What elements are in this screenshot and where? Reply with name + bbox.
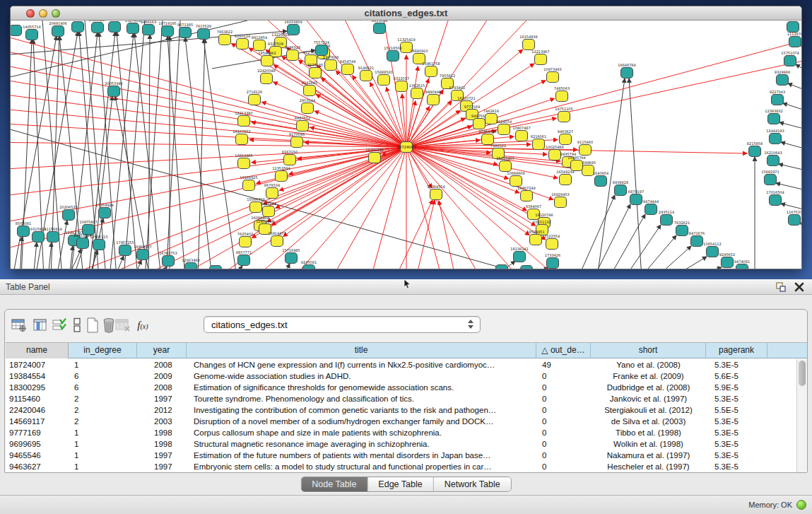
selected-node[interactable]: 22420046 bbox=[257, 69, 275, 84]
selected-node[interactable]: 1362615 bbox=[409, 83, 425, 99]
graph-node[interactable] bbox=[210, 266, 222, 270]
graph-node[interactable]: 1112876 bbox=[787, 32, 801, 47]
table-row[interactable]: 1872400712008Changes of HCN gene express… bbox=[6, 359, 807, 370]
scrollbar-thumb[interactable] bbox=[799, 361, 806, 386]
selected-node[interactable]: 8912954 bbox=[252, 35, 267, 51]
graph-node[interactable]: 12444193 bbox=[766, 129, 784, 144]
selected-node[interactable]: 8322037 bbox=[394, 76, 409, 92]
column-header-name[interactable]: name bbox=[6, 343, 69, 358]
selected-node[interactable]: 16914479 bbox=[268, 231, 286, 247]
selected-node[interactable]: 16928403 bbox=[551, 192, 569, 208]
graph-node[interactable]: 9245652 bbox=[719, 252, 735, 268]
selected-node[interactable]: 16549234 bbox=[556, 170, 574, 185]
selected-node[interactable]: 20364486 bbox=[478, 129, 496, 145]
table-row[interactable]: 946554611997Estimation of the future num… bbox=[6, 450, 807, 461]
selected-node[interactable]: 18524851 bbox=[526, 230, 544, 245]
graph-node[interactable]: 16648784 bbox=[618, 63, 635, 78]
memory-status-icon[interactable] bbox=[796, 500, 806, 510]
graph-node[interactable]: 7615526 bbox=[196, 24, 211, 40]
graph-node[interactable]: 15692971 bbox=[761, 170, 779, 185]
graph-node[interactable] bbox=[496, 265, 508, 270]
close-panel-icon[interactable] bbox=[794, 281, 805, 293]
show-columns-icon[interactable] bbox=[31, 316, 49, 334]
selected-node[interactable]: 8267150 bbox=[282, 150, 298, 165]
table-settings-icon[interactable] bbox=[10, 316, 28, 334]
selected-node[interactable]: 8186328 bbox=[285, 45, 300, 61]
graph-node[interactable]: 17957255 bbox=[116, 240, 134, 256]
graph-node[interactable]: 2935114 bbox=[659, 210, 674, 226]
float-window-icon[interactable] bbox=[775, 281, 787, 293]
graph-node[interactable]: 17016504 bbox=[766, 190, 784, 206]
graph-node[interactable]: 2087134 bbox=[785, 21, 801, 33]
graph-node[interactable]: 12393832 bbox=[765, 109, 782, 124]
selected-node[interactable]: 2367608 bbox=[323, 55, 339, 71]
graph-node[interactable]: 9474444 bbox=[643, 199, 659, 215]
graph-node[interactable]: 9329966 bbox=[775, 70, 790, 86]
selected-node[interactable]: 9115460 bbox=[577, 140, 593, 156]
selected-node[interactable]: 9170046 bbox=[289, 132, 305, 148]
column-header-title[interactable]: title bbox=[187, 343, 536, 358]
selected-node[interactable]: 10654985 bbox=[235, 153, 252, 169]
selected-node[interactable]: 10973493 bbox=[543, 67, 561, 83]
selected-node[interactable]: 8454749 bbox=[340, 59, 355, 75]
graph-node[interactable]: 7632621 bbox=[674, 221, 690, 236]
graph-node[interactable]: 17359924 bbox=[95, 203, 113, 218]
selected-node[interactable]: 9463627 bbox=[558, 129, 573, 145]
graph-node[interactable]: 12923468 bbox=[182, 258, 199, 269]
network-table-selector[interactable]: citations_edges.txt bbox=[204, 316, 481, 333]
selected-node[interactable]: 3175685 bbox=[307, 63, 323, 78]
selected-node[interactable]: 7663822 bbox=[217, 30, 233, 45]
function-builder-icon[interactable]: f(x) bbox=[134, 316, 152, 334]
graph-node[interactable]: 1733426 bbox=[545, 253, 560, 269]
selected-node[interactable]: 18543962 bbox=[258, 51, 276, 66]
graph-node[interactable]: 9671385 bbox=[177, 23, 193, 38]
selected-node[interactable]: 16961758 bbox=[422, 62, 440, 77]
selected-node[interactable]: 16807249 bbox=[517, 186, 535, 201]
tab-edge-table[interactable]: Edge Table bbox=[367, 477, 433, 491]
graph-node[interactable]: 12505115 bbox=[90, 235, 107, 250]
graph-node[interactable]: 11451514 bbox=[73, 233, 91, 249]
selected-node[interactable]: 9497568 bbox=[471, 114, 487, 129]
graph-node[interactable]: 9245081 bbox=[301, 260, 317, 269]
graph-node[interactable]: 20531808 bbox=[69, 21, 86, 33]
graph-node[interactable]: 14055714 bbox=[23, 25, 40, 40]
column-header-short[interactable]: short bbox=[591, 343, 706, 358]
selected-node[interactable]: 2803144 bbox=[300, 98, 315, 114]
graph-node[interactable]: 7557224 bbox=[314, 40, 329, 56]
graph-node[interactable]: 16885217 bbox=[88, 21, 106, 33]
graph-node[interactable]: 18136141 bbox=[510, 247, 528, 262]
selected-node[interactable]: 19751105 bbox=[555, 107, 572, 122]
graph-node[interactable] bbox=[521, 266, 533, 270]
column-header-in_degree[interactable]: in_degree bbox=[69, 343, 137, 358]
graph-node[interactable]: 20053346 bbox=[105, 81, 122, 97]
column-header-year[interactable]: year bbox=[137, 343, 187, 358]
graph-node[interactable]: 10719195 bbox=[158, 21, 176, 37]
delete-table-icon[interactable] bbox=[114, 316, 132, 334]
graph-node[interactable]: 16782753 bbox=[159, 251, 177, 267]
graph-node[interactable]: 9857771 bbox=[236, 250, 252, 266]
graph-node[interactable]: 10653287 bbox=[105, 21, 123, 33]
selected-node[interactable]: 12213380 bbox=[235, 111, 252, 127]
table-row[interactable]: 969969511998Structural magnetic resonanc… bbox=[6, 438, 807, 450]
window-titlebar[interactable]: citations_edges.txt bbox=[11, 6, 801, 21]
graph-node[interactable]: 1527602 bbox=[125, 21, 141, 34]
selected-node[interactable]: 9990448 bbox=[425, 90, 441, 105]
table-row[interactable]: 1938455462009Genome-wide association stu… bbox=[6, 370, 807, 382]
selected-node[interactable]: 19384554 bbox=[427, 185, 445, 200]
table-row[interactable]: 946362711997Embryonic stem cells: a mode… bbox=[6, 461, 807, 472]
selected-node[interactable]: 2718126 bbox=[247, 90, 262, 105]
graph-node[interactable]: 15751074 bbox=[781, 51, 799, 66]
selected-node[interactable]: 8678334 bbox=[264, 183, 280, 199]
selected-node[interactable]: 15688520 bbox=[375, 70, 392, 86]
vertical-scrollbar[interactable] bbox=[796, 359, 807, 472]
column-header-pagerank[interactable]: pagerank bbox=[706, 343, 767, 358]
tab-network-table[interactable]: Network Table bbox=[434, 477, 511, 491]
select-rows-icon[interactable] bbox=[50, 316, 69, 334]
tab-node-table[interactable]: Node Table bbox=[301, 477, 367, 491]
table-row[interactable]: 1830029562008Estimation of significance … bbox=[6, 382, 807, 393]
selected-node[interactable]: 8216061 bbox=[531, 134, 546, 150]
graph-node[interactable]: 16210643 bbox=[764, 151, 782, 166]
selected-node[interactable]: 9384067 bbox=[526, 204, 541, 220]
graph-node[interactable]: 20691406 bbox=[49, 21, 66, 37]
column-header-out_de[interactable]: △ out_de… bbox=[536, 343, 591, 358]
